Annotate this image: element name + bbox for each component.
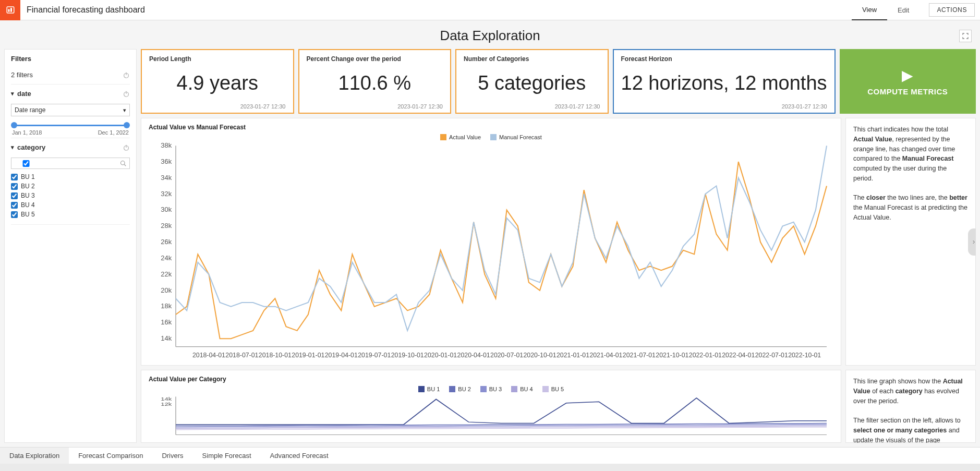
bottom-tab[interactable]: Simple Forecast [193, 448, 261, 464]
svg-text:2019-10-01: 2019-10-01 [391, 352, 424, 359]
search-icon [120, 160, 126, 166]
power-icon [123, 71, 130, 79]
category-item[interactable]: BU 3 [11, 191, 130, 200]
category-checkbox[interactable] [11, 174, 18, 180]
svg-text:2021-01-01: 2021-01-01 [556, 352, 589, 359]
filters-label: Filters [11, 55, 130, 63]
svg-text:2020-07-01: 2020-07-01 [490, 352, 523, 359]
date-slider[interactable] [14, 125, 127, 126]
filter-category-header[interactable]: ▾category [11, 140, 130, 154]
bottom-tab[interactable]: Drivers [152, 448, 192, 464]
category-item[interactable]: BU 4 [11, 200, 130, 210]
chevron-down-icon: ▾ [123, 107, 126, 114]
svg-text:18k: 18k [161, 303, 172, 310]
category-checkbox[interactable] [11, 202, 18, 209]
svg-text:34k: 34k [161, 174, 172, 182]
filters-count-row[interactable]: 2 filters [11, 68, 130, 82]
category-item[interactable]: BU 5 [11, 210, 130, 219]
tile-timestamp: 2023-01-27 12:30 [149, 103, 286, 110]
chart1-legend: Actual ValueManual Forecast [149, 134, 833, 140]
svg-text:2019-04-01: 2019-04-01 [325, 352, 358, 359]
svg-text:30k: 30k [161, 206, 172, 214]
tile-value: 4.9 years [149, 63, 286, 103]
chart1-help: This chart indicates how the total Actua… [845, 118, 976, 366]
app-logo[interactable] [0, 0, 20, 20]
bottom-tabs: Data ExplorationForecast ComparisonDrive… [0, 447, 980, 464]
svg-rect-1 [8, 9, 9, 12]
svg-text:2021-07-01: 2021-07-01 [623, 352, 656, 359]
topbar: Financial forecasting dashboard View Edi… [0, 0, 980, 20]
svg-point-9 [121, 161, 125, 165]
tab-view[interactable]: View [852, 0, 887, 20]
legend-item[interactable]: BU 3 [480, 386, 502, 392]
legend-item[interactable]: BU 5 [542, 386, 564, 392]
svg-text:32k: 32k [161, 190, 172, 198]
legend-item[interactable]: Actual Value [440, 134, 481, 140]
svg-text:14k: 14k [161, 334, 172, 342]
tile-label: Period Length [149, 55, 286, 63]
tile-label: Forecast Horizon [621, 55, 827, 63]
svg-text:2020-01-01: 2020-01-01 [424, 352, 457, 359]
svg-text:12k: 12k [161, 402, 172, 407]
main: Data Exploration Filters 2 filters ▾date… [0, 20, 980, 447]
svg-text:28k: 28k [161, 222, 172, 230]
select-all-checkbox[interactable] [15, 160, 38, 167]
filter-date-header[interactable]: ▾date [11, 87, 130, 101]
tab-edit[interactable]: Edit [887, 1, 919, 20]
category-checkbox[interactable] [11, 211, 18, 218]
tile-value: 110.6 % [307, 63, 443, 103]
chevron-down-icon: ▾ [11, 144, 14, 151]
svg-text:2018-10-01: 2018-10-01 [259, 352, 292, 359]
date-slider-labels: Jan 1, 2018 Dec 1, 2022 [11, 129, 130, 136]
chart2-title: Actual Value per Category [149, 376, 833, 383]
category-checkbox[interactable] [11, 183, 18, 190]
tile-timestamp: 2023-01-27 12:30 [307, 103, 443, 110]
bottom-tab[interactable]: Data Exploration [0, 448, 69, 464]
legend-item[interactable]: BU 4 [511, 386, 533, 392]
tile-label: Percent Change over the period [307, 55, 443, 63]
bottom-tab[interactable]: Advanced Forecast [261, 448, 338, 464]
bottom-tab[interactable]: Forecast Comparison [69, 448, 152, 464]
chart-actual-vs-forecast: Actual Value vs Manual Forecast Actual V… [141, 118, 841, 366]
chart-row-2: Actual Value per Category BU 1BU 2BU 3BU… [141, 370, 976, 443]
svg-text:36k: 36k [161, 158, 172, 165]
svg-text:2018-07-01: 2018-07-01 [225, 352, 258, 359]
chart2-legend: BU 1BU 2BU 3BU 4BU 5 [149, 386, 833, 392]
chart-value-per-category: Actual Value per Category BU 1BU 2BU 3BU… [141, 370, 841, 443]
svg-text:2020-10-01: 2020-10-01 [524, 352, 556, 359]
svg-text:2022-10-01: 2022-10-01 [788, 352, 821, 359]
body-row: Filters 2 filters ▾date Date range ▾ Jan… [0, 49, 980, 447]
tile-value: 5 categories [464, 63, 600, 103]
svg-text:22k: 22k [161, 270, 172, 278]
metric-tile: Period Length 4.9 years 2023-01-27 12:30 [141, 49, 294, 114]
nav-handle-right[interactable]: › [968, 228, 976, 256]
compute-metrics-button[interactable]: ▶COMPUTE METRICS [840, 49, 976, 114]
category-search-input[interactable] [40, 160, 118, 167]
filters-count: 2 filters [11, 71, 33, 79]
legend-item[interactable]: BU 1 [418, 386, 440, 392]
chart2-svg[interactable]: 12k14k [149, 394, 833, 437]
legend-item[interactable]: BU 2 [449, 386, 470, 392]
metric-tile: Percent Change over the period 110.6 % 2… [298, 49, 452, 114]
svg-text:2021-10-01: 2021-10-01 [656, 352, 688, 359]
svg-line-10 [124, 164, 126, 166]
chart1-title: Actual Value vs Manual Forecast [149, 124, 833, 131]
category-checkbox[interactable] [11, 192, 18, 199]
filters-sidebar: Filters 2 filters ▾date Date range ▾ Jan… [4, 49, 137, 443]
footer-bar [0, 464, 980, 471]
category-item[interactable]: BU 1 [11, 172, 130, 182]
category-list: BU 1BU 2BU 3BU 4BU 5 [11, 172, 130, 219]
expand-icon[interactable] [959, 30, 972, 42]
svg-rect-2 [10, 8, 12, 12]
actions-button[interactable]: ACTIONS [929, 3, 975, 17]
category-item[interactable]: BU 2 [11, 182, 130, 191]
svg-text:2021-04-01: 2021-04-01 [589, 352, 622, 359]
chart-row-1: Actual Value vs Manual Forecast Actual V… [141, 118, 976, 366]
svg-text:38k: 38k [161, 142, 172, 149]
power-icon [123, 90, 130, 98]
legend-item[interactable]: Manual Forecast [490, 134, 542, 140]
date-range-select[interactable]: Date range ▾ [11, 104, 130, 116]
chart1-svg[interactable]: 14k16k18k20k22k24k26k28k30k32k34k36k38k2… [149, 142, 833, 360]
svg-text:20k: 20k [161, 286, 172, 294]
play-icon: ▶ [902, 67, 913, 84]
